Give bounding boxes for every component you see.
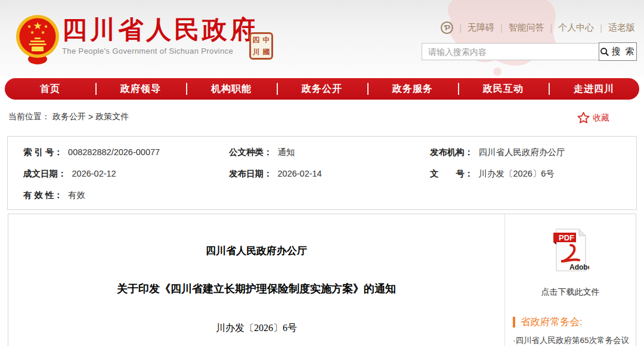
nav-item-into-sichuan[interactable]: 走进四川 xyxy=(549,78,639,100)
breadcrumb-label: 当前位置： xyxy=(8,112,50,122)
search-button[interactable]: 搜 索 xyxy=(599,42,637,61)
meta-label: 发布机构： xyxy=(430,147,473,157)
seal-char: 川 xyxy=(251,46,261,58)
nav-item-interaction[interactable]: 政民互动 xyxy=(458,78,549,100)
link-separator: | xyxy=(600,23,602,33)
svg-text:★: ★ xyxy=(41,30,45,35)
download-file-link[interactable]: 点击下载此文件 xyxy=(541,287,600,298)
document-meta-table: 索 引 号：008282882/2026-00077 公文种类：通知 发布机构：… xyxy=(7,136,637,210)
link-elderly-version[interactable]: 适老版 xyxy=(608,22,635,33)
accessibility-icon[interactable]: Ƥ xyxy=(441,21,453,34)
nav-item-org-functions[interactable]: 机构职能 xyxy=(186,78,277,100)
meta-value: 2026-02-14 xyxy=(278,169,322,178)
pdf-file-icon[interactable]: PDF Adobe xyxy=(552,227,589,273)
nav-item-gov-leaders[interactable]: 政府领导 xyxy=(95,78,186,100)
svg-text:★: ★ xyxy=(44,24,48,29)
meta-label: 索 引 号： xyxy=(23,147,63,157)
meta-publish-date: 发布日期：2026-02-14 xyxy=(229,168,430,180)
sichuan-seal-stamp: 四 中 川 國 xyxy=(249,32,273,60)
section-header: 省政府常务会: xyxy=(513,316,636,329)
seal-char: 國 xyxy=(261,46,271,58)
meta-issuing-agency: 发布机构：四川省人民政府办公厅 xyxy=(430,147,621,158)
nav-item-home[interactable]: 首页 xyxy=(5,78,95,100)
meta-value: 通知 xyxy=(278,147,295,157)
pdf-badge-text: PDF xyxy=(559,233,574,242)
search-button-label: 搜 索 xyxy=(611,46,635,57)
executive-meeting-section: 省政府常务会: ·四川省人民政府第65次常务会议 xyxy=(505,316,636,346)
meta-value: 008282882/2026-00077 xyxy=(68,147,160,157)
site-header: ★ ★ ★ ★ ★ 四川省人民政府 The People's Governmen… xyxy=(0,0,644,76)
meeting-list-item[interactable]: ·四川省人民政府第65次常务会议 xyxy=(513,335,636,346)
link-accessibility[interactable]: 无障碍 xyxy=(467,22,494,33)
meta-label: 公文种类： xyxy=(229,147,273,157)
nav-item-gov-affairs-open[interactable]: 政务公开 xyxy=(277,78,367,100)
document-title: 关于印发《四川省建立长期护理保险制度实施方案》的通知 xyxy=(8,282,504,296)
document-content-area: 四川省人民政府办公厅 关于印发《四川省建立长期护理保险制度实施方案》的通知 川办… xyxy=(8,214,636,346)
meta-doc-type: 公文种类：通知 xyxy=(229,147,430,158)
meta-label: 文 号： xyxy=(430,169,473,178)
svg-text:★: ★ xyxy=(30,30,34,35)
sidebar: PDF Adobe 点击下载此文件 省政府常务会: ·四川省人民政府第65次常务… xyxy=(504,214,636,346)
breadcrumb: 当前位置： 政务公开 > 政策文件 xyxy=(8,112,129,122)
favorite-button[interactable]: 收藏 xyxy=(577,112,609,124)
favorite-label: 收藏 xyxy=(593,113,609,123)
meta-index-number: 索 引 号：008282882/2026-00077 xyxy=(23,147,229,158)
nav-item-gov-services[interactable]: 政务服务 xyxy=(367,78,458,100)
breadcrumb-link-gov-open[interactable]: 政务公开 xyxy=(52,112,86,122)
site-subtitle: The People's Government of Sichuan Provi… xyxy=(62,47,258,55)
utility-links: Ƥ | 无障碍 | 智能问答 | 个人中心 | 适老版 xyxy=(441,21,635,34)
main-nav: 首页 政府领导 机构职能 政务公开 政务服务 政民互动 走进四川 xyxy=(5,78,639,100)
sichuan-map-watermark xyxy=(440,0,565,76)
link-personal-center[interactable]: 个人中心 xyxy=(558,22,594,33)
search-bar: 搜 索 xyxy=(422,43,637,61)
site-title: 四川省人民政府 xyxy=(62,16,258,44)
breadcrumb-separator: > xyxy=(88,112,93,122)
link-separator: | xyxy=(459,23,462,33)
section-marker xyxy=(513,317,515,328)
search-input[interactable] xyxy=(422,43,599,60)
seal-char: 四 xyxy=(251,34,261,46)
meta-label: 发布日期： xyxy=(229,169,273,178)
national-emblem-logo: ★ ★ ★ ★ ★ xyxy=(15,12,60,66)
breadcrumb-row: 当前位置： 政务公开 > 政策文件 收藏 xyxy=(0,100,644,136)
link-separator: | xyxy=(500,23,503,33)
link-separator: | xyxy=(550,23,553,33)
meta-validity: 有 效 性：有效 xyxy=(23,190,229,201)
document-number: 川办发〔2026〕6号 xyxy=(8,322,504,335)
meta-label: 成文日期： xyxy=(23,169,67,178)
svg-text:★: ★ xyxy=(27,24,31,29)
meta-doc-number: 文 号：川办发〔2026〕6号 xyxy=(430,168,621,180)
meta-value: 有效 xyxy=(68,190,85,200)
site-identity: 四川省人民政府 The People's Government of Sichu… xyxy=(62,16,258,55)
seal-char: 中 xyxy=(261,34,271,46)
pdf-brand-text: Adobe xyxy=(569,263,589,271)
section-title: 省政府常务会: xyxy=(521,316,583,329)
breadcrumb-link-policy-docs[interactable]: 政策文件 xyxy=(95,112,129,122)
meta-written-date: 成文日期：2026-02-12 xyxy=(23,168,229,180)
document-body: 四川省人民政府办公厅 关于印发《四川省建立长期护理保险制度实施方案》的通知 川办… xyxy=(8,214,504,346)
meta-label: 有 效 性： xyxy=(23,190,63,200)
document-issuer: 四川省人民政府办公厅 xyxy=(8,244,504,258)
search-icon xyxy=(600,47,609,57)
meta-value: 四川省人民政府办公厅 xyxy=(479,147,565,157)
meta-value: 2026-02-12 xyxy=(72,169,116,178)
meta-value: 川办发〔2026〕6号 xyxy=(479,169,555,178)
favorite-star-icon xyxy=(577,112,590,124)
link-smart-qa[interactable]: 智能问答 xyxy=(509,22,544,33)
